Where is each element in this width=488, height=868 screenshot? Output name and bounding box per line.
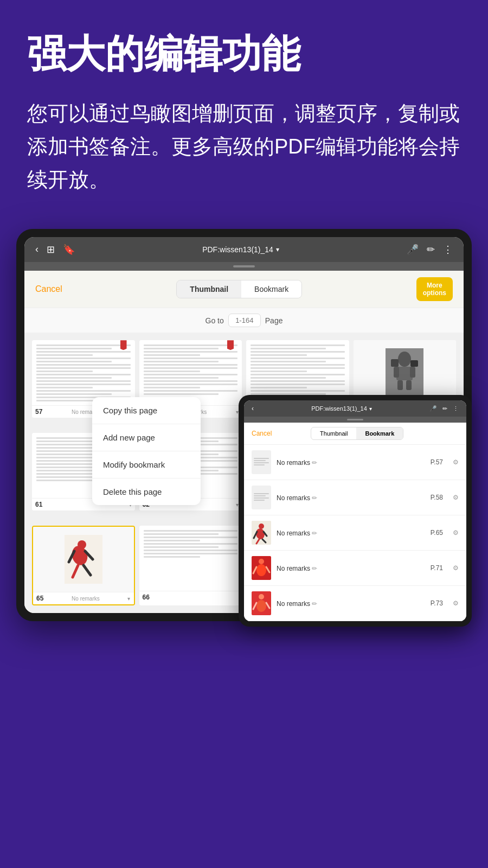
second-pen-icon[interactable]: ✏ (442, 405, 447, 412)
second-cancel-button[interactable]: Cancel (252, 430, 272, 437)
back-icon[interactable]: ‹ (35, 244, 38, 255)
thumb-page-66 (139, 526, 242, 591)
svg-rect-7 (391, 359, 399, 367)
tab-bookmark[interactable]: Bookmark (241, 280, 301, 298)
grid-icon[interactable]: ⊞ (47, 244, 55, 256)
pdf-toolbar: ‹ ⊞ 🔖 PDF:wissen13(1)_14 ▾ 🎤 ✏ ⋮ (24, 237, 464, 262)
second-tab-group: Thumbnail Bookmark (311, 427, 403, 440)
device-container: ‹ ⊞ 🔖 PDF:wissen13(1)_14 ▾ 🎤 ✏ ⋮ (0, 218, 488, 643)
filename-label: PDF:wissen13(1)_14 (202, 245, 273, 254)
second-filename: PDF:wissen13(1)_14 (311, 405, 367, 412)
menu-item-add[interactable]: Add new page (92, 424, 201, 451)
second-back-icon[interactable]: ‹ (252, 405, 254, 412)
thumb-figure-73 (252, 591, 271, 615)
more-menu-icon[interactable]: ⋮ (443, 244, 453, 256)
chevron-down-icon[interactable]: ▾ (276, 246, 279, 253)
bookmark-gear-57[interactable]: ⚙ (453, 458, 459, 466)
bookmark-info-58: No remarks ✏ (277, 493, 425, 502)
second-more-icon[interactable]: ⋮ (453, 405, 459, 412)
bookmark-edit-57[interactable]: ✏ (312, 459, 317, 467)
thumb-footer-66: 66 (139, 591, 242, 603)
thumb-chevron-65[interactable]: ▾ (127, 596, 130, 602)
bookmark-item-58[interactable]: No remarks ✏ P.58 ⚙ (244, 480, 466, 515)
svg-rect-8 (410, 360, 418, 367)
svg-rect-3 (394, 367, 399, 378)
pen-icon[interactable]: ✏ (427, 244, 435, 256)
thumb-figure-71 (252, 556, 271, 580)
second-device: ‹ PDF:wissen13(1)_14 ▾ 🎤 ✏ ⋮ Cancel (239, 395, 472, 627)
svg-rect-6 (406, 380, 412, 390)
second-chevron-icon[interactable]: ▾ (369, 406, 372, 412)
bookmark-info-57: No remarks ✏ (277, 457, 425, 467)
second-pdf-toolbar: ‹ PDF:wissen13(1)_14 ▾ 🎤 ✏ ⋮ (244, 400, 466, 417)
second-panel-header: Cancel Thumbnail Bookmark (244, 423, 466, 445)
bookmark-info-65: No remarks ✏ (277, 528, 425, 538)
panel-header: Cancel Thumbnail Bookmark Moreoptions (24, 271, 464, 309)
toolbar-left: ‹ ⊞ 🔖 (35, 244, 75, 256)
svg-point-25 (256, 564, 266, 576)
thumb-page-57 (32, 340, 135, 405)
second-tab-bookmark[interactable]: Bookmark (356, 427, 403, 439)
thumb-figure-65 (252, 521, 271, 545)
bookmark-page-65: P.65 (431, 529, 443, 537)
thumb-number-61: 61 (35, 501, 42, 508)
toolbar-right: 🎤 ✏ ⋮ (407, 244, 453, 256)
svg-point-30 (256, 600, 266, 612)
bookmark-page-71: P.71 (431, 564, 443, 572)
bookmark-gear-71[interactable]: ⚙ (453, 564, 459, 572)
svg-point-17 (259, 524, 264, 529)
bookmark-title-57: No remarks (277, 459, 312, 467)
bookmark-title-58: No remarks (277, 494, 312, 502)
svg-point-1 (398, 352, 411, 367)
bookmark-page-58: P.58 (431, 494, 443, 501)
bookmark-flag-58 (227, 340, 234, 350)
thumb-page-65 (33, 527, 134, 592)
second-mic-icon[interactable]: 🎤 (429, 405, 437, 412)
context-menu: Copy this page Add new page Modify bookm… (92, 397, 201, 505)
more-options-button[interactable]: Moreoptions (416, 277, 453, 302)
cancel-button[interactable]: Cancel (35, 284, 62, 294)
bookmark-thumb-65 (252, 521, 271, 545)
bookmark-thumb-57 (252, 450, 271, 474)
page-description: 您可以通过鸟瞰图增删页面，调整页序，复制或添加书签备注。更多高级的PDF编辑功能… (27, 97, 461, 196)
bookmark-title-73: No remarks (277, 600, 312, 608)
bookmark-edit-71[interactable]: ✏ (312, 565, 317, 572)
bookmark-gear-65[interactable]: ⚙ (453, 529, 459, 537)
page-title: 强大的编辑功能 (27, 33, 461, 75)
bookmark-item-57[interactable]: No remarks ✏ P.57 ⚙ (244, 445, 466, 480)
secondary-toolbar (24, 262, 464, 271)
mic-icon[interactable]: 🎤 (407, 244, 419, 256)
bookmark-gear-58[interactable]: ⚙ (453, 494, 459, 501)
page60-art (386, 348, 423, 397)
drag-handle (233, 265, 255, 267)
menu-item-bookmark[interactable]: Modify bookmark (92, 451, 201, 478)
bookmark-edit-73[interactable]: ✏ (312, 600, 317, 608)
goto-input[interactable] (228, 314, 261, 327)
bookmark-edit-58[interactable]: ✏ (312, 494, 317, 502)
toolbar-center: PDF:wissen13(1)_14 ▾ (202, 245, 279, 254)
second-screen: ‹ PDF:wissen13(1)_14 ▾ 🎤 ✏ ⋮ Cancel (244, 400, 466, 621)
bookmark-item-71[interactable]: No remarks ✏ P.71 ⚙ (244, 551, 466, 586)
menu-item-delete[interactable]: Delete this page (92, 478, 201, 505)
goto-label: Go to (206, 316, 224, 325)
header-section: 强大的编辑功能 您可以通过鸟瞰图增删页面，调整页序，复制或添加书签备注。更多高级… (0, 0, 488, 218)
second-tab-thumbnail[interactable]: Thumbnail (311, 427, 356, 439)
bookmark-thumb-71 (252, 556, 271, 580)
bookmark-edit-65[interactable]: ✏ (312, 529, 317, 537)
thumb-number-66: 66 (143, 593, 150, 601)
bookmark-icon[interactable]: 🔖 (63, 244, 75, 256)
bookmark-item-65[interactable]: No remarks ✏ P.65 ⚙ (244, 515, 466, 551)
bookmark-title-71: No remarks (277, 565, 312, 572)
bookmark-gear-73[interactable]: ⚙ (453, 599, 459, 607)
thumb-65[interactable]: 65 No remarks ▾ (32, 526, 135, 605)
menu-item-copy[interactable]: Copy this page (92, 397, 201, 424)
goto-bar: Go to Page (24, 308, 464, 333)
svg-point-24 (259, 559, 264, 564)
tab-thumbnail[interactable]: Thumbnail (177, 280, 241, 298)
bookmark-item-73[interactable]: No remarks ✏ P.73 ⚙ (244, 586, 466, 621)
svg-rect-5 (397, 380, 403, 390)
thumb-66[interactable]: 66 (139, 526, 242, 605)
svg-rect-4 (410, 367, 415, 378)
bookmark-page-73: P.73 (431, 599, 443, 607)
bookmark-flag-57 (120, 340, 127, 350)
